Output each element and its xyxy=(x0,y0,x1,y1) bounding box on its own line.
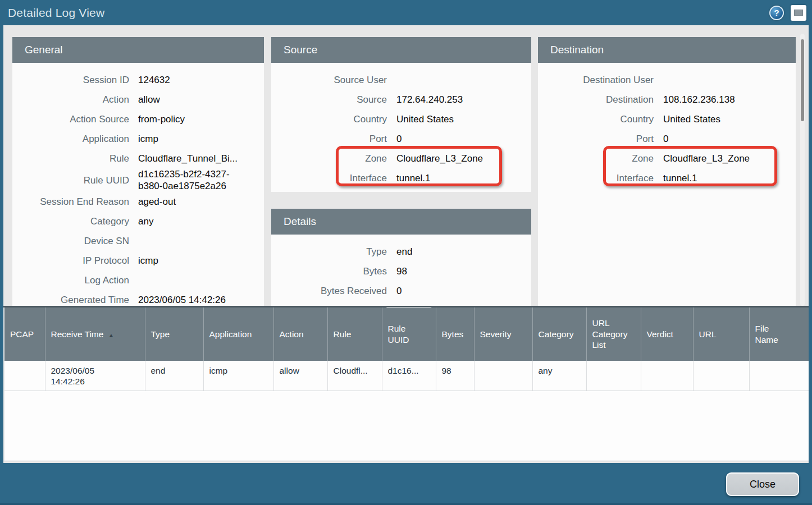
details-panel: Details Typeend Bytes98 Bytes Received0 xyxy=(271,209,531,306)
field-value: icmp xyxy=(138,134,253,145)
field-value: 98 xyxy=(396,266,523,278)
field-label: Device SN xyxy=(12,236,129,247)
field-value: 0 xyxy=(396,286,523,297)
field-label: Rule xyxy=(12,153,129,164)
column-header-verdict[interactable]: Verdict xyxy=(641,307,693,361)
field-row-application: Applicationicmp xyxy=(12,130,264,149)
field-row-destination: Destination108.162.236.138 xyxy=(538,90,796,110)
column-header-type[interactable]: Type xyxy=(145,307,203,361)
field-value: d1c16235-b2f2-4327-b380-0ae1875e2a26 xyxy=(138,169,253,192)
field-label: Port xyxy=(271,134,387,145)
dialog-titlebar: Detailed Log View ? xyxy=(0,0,812,25)
field-label: Zone xyxy=(538,153,654,164)
field-value: 172.64.240.253 xyxy=(396,94,523,106)
details-panel-header: Details xyxy=(271,209,531,235)
field-row-destination-zone: ZoneCloudflare_L3_Zone xyxy=(538,149,796,169)
field-label: Country xyxy=(271,114,387,125)
column-header-action[interactable]: Action xyxy=(273,307,327,361)
field-label: IP Protocol xyxy=(12,255,129,267)
field-value: Cloudflare_L3_Zone xyxy=(396,153,523,165)
window-restore-icon[interactable] xyxy=(791,5,806,21)
field-row-device-sn: Device SN xyxy=(12,231,264,251)
cell-rule-uuid: d1c16... xyxy=(382,361,436,391)
column-header-pcap[interactable]: PCAP xyxy=(4,307,45,361)
field-label: Port xyxy=(538,134,654,145)
column-header-category[interactable]: Category xyxy=(532,307,586,361)
log-row[interactable]: 2023/06/05 14:42:26 end icmp allow Cloud… xyxy=(4,361,809,391)
column-header-url-category-list[interactable]: URL Category List xyxy=(586,307,641,361)
destination-panel-header: Destination xyxy=(538,37,796,63)
field-value: Cloudflare_L3_Zone xyxy=(663,153,788,165)
field-label: Generated Time xyxy=(12,295,129,306)
field-label: Category xyxy=(12,216,129,227)
field-row-source: Source172.64.240.253 xyxy=(271,90,531,110)
table-header-row: PCAP Receive Time▲ Type Application Acti… xyxy=(4,307,809,361)
field-label: Zone xyxy=(271,153,387,164)
cell-type: end xyxy=(145,361,203,391)
field-value: United States xyxy=(663,114,788,126)
cell-severity xyxy=(474,361,532,391)
column-header-severity[interactable]: Severity xyxy=(474,307,532,361)
field-row-log-action: Log Action xyxy=(12,270,264,290)
field-label: Source User xyxy=(271,75,387,86)
column-header-receive-time[interactable]: Receive Time▲ xyxy=(45,307,145,361)
cell-category: any xyxy=(532,361,586,391)
log-entries-table: PCAP Receive Time▲ Type Application Acti… xyxy=(4,307,809,391)
close-button[interactable]: Close xyxy=(726,472,799,496)
field-label: Destination User xyxy=(538,75,654,86)
source-panel-header: Source xyxy=(271,37,531,63)
column-header-url[interactable]: URL xyxy=(693,307,749,361)
field-row-source-port: Port0 xyxy=(271,130,531,149)
cell-file-name xyxy=(749,361,809,391)
field-row-generated-time: Generated Time2023/06/05 14:42:26 xyxy=(12,290,264,306)
field-value: tunnel.1 xyxy=(396,173,523,185)
cell-rule: Cloudfl... xyxy=(327,361,382,391)
field-row-source-country: CountryUnited States xyxy=(271,110,531,130)
field-value: icmp xyxy=(138,255,253,267)
field-label: Destination xyxy=(538,94,654,105)
field-value: allow xyxy=(138,94,253,106)
field-value: tunnel.1 xyxy=(663,173,788,185)
field-label: Source xyxy=(271,94,387,105)
cell-receive-time: 2023/06/05 14:42:26 xyxy=(45,361,145,391)
column-header-rule-uuid[interactable]: Rule UUID xyxy=(382,307,436,361)
field-row-ip-protocol: IP Protocolicmp xyxy=(12,251,264,270)
field-row-destination-interface: Interfacetunnel.1 xyxy=(538,169,796,189)
general-panel-body: Session ID124632 Actionallow Action Sour… xyxy=(12,63,264,306)
field-row-rule: RuleCloudflare_Tunnel_Bi... xyxy=(12,149,264,169)
window-restore-icon-glyph xyxy=(794,10,803,16)
field-value: 0 xyxy=(663,134,788,145)
cell-url-category-list xyxy=(586,361,641,391)
field-label: Action Source xyxy=(12,114,129,125)
source-panel-body: Source User Source172.64.240.253 Country… xyxy=(271,63,531,192)
column-header-application[interactable]: Application xyxy=(203,307,273,361)
general-panel: General Session ID124632 Actionallow Act… xyxy=(12,37,264,306)
column-header-rule[interactable]: Rule xyxy=(327,307,382,361)
panel-scrollbar-thumb[interactable] xyxy=(801,39,804,121)
field-label: Session ID xyxy=(12,75,129,86)
cell-action: allow xyxy=(273,361,327,391)
column-header-bytes[interactable]: Bytes xyxy=(436,307,474,361)
cell-application: icmp xyxy=(203,361,273,391)
field-label: Country xyxy=(538,114,654,125)
destination-panel: Destination Destination User Destination… xyxy=(538,37,796,306)
field-row-source-interface: Interfacetunnel.1 xyxy=(271,169,531,189)
column-header-file-name[interactable]: File Name xyxy=(749,307,809,361)
field-value: Cloudflare_Tunnel_Bi... xyxy=(138,153,253,165)
field-row-source-zone: ZoneCloudflare_L3_Zone xyxy=(271,149,531,169)
destination-panel-body: Destination User Destination108.162.236.… xyxy=(538,63,796,306)
field-row-bytes-received: Bytes Received0 xyxy=(271,282,531,301)
dialog-footer: Close xyxy=(0,463,812,505)
field-value: 2023/06/05 14:42:26 xyxy=(138,295,253,306)
field-value: 124632 xyxy=(138,75,253,86)
field-row-action-source: Action Sourcefrom-policy xyxy=(12,110,264,130)
sort-ascending-icon: ▲ xyxy=(108,332,114,339)
cell-verdict xyxy=(641,361,693,391)
field-label: Rule UUID xyxy=(12,175,129,186)
field-row-rule-uuid: Rule UUIDd1c16235-b2f2-4327-b380-0ae1875… xyxy=(12,169,264,192)
field-value: end xyxy=(396,246,523,258)
field-label: Type xyxy=(271,246,387,258)
help-icon[interactable]: ? xyxy=(769,6,784,20)
field-row-bytes: Bytes98 xyxy=(271,262,531,282)
titlebar-icons: ? xyxy=(769,0,806,25)
